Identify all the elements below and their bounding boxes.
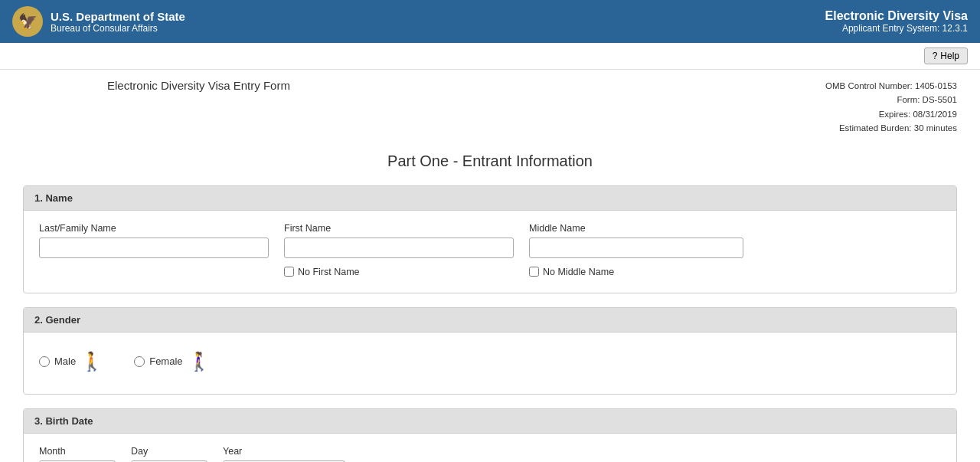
agency-name: U.S. Department of State bbox=[51, 10, 185, 23]
omb-burden: Estimated Burden: 30 minutes bbox=[825, 121, 957, 135]
day-field: Day bbox=[131, 446, 207, 462]
system-sub: Applicant Entry System: 12.3.1 bbox=[825, 23, 968, 34]
day-label: Day bbox=[131, 446, 207, 457]
name-section-header: 1. Name bbox=[24, 186, 956, 211]
system-title: Electronic Diversity Visa bbox=[825, 9, 968, 23]
female-icon: 🚶‍♀️ bbox=[188, 352, 211, 371]
female-option: Female 🚶‍♀️ bbox=[134, 352, 210, 371]
last-name-label: Last/Family Name bbox=[39, 223, 269, 234]
page-heading: Part One - Entrant Information bbox=[0, 140, 980, 185]
birth-date-section: 3. Birth Date Month Day Year bbox=[23, 408, 957, 462]
no-middle-name-row: No Middle Name bbox=[529, 267, 743, 277]
month-field: Month bbox=[39, 446, 116, 462]
year-label: Year bbox=[223, 446, 345, 457]
help-bar: ? Help bbox=[0, 43, 980, 70]
first-name-group: First Name No First Name bbox=[284, 223, 514, 277]
header-left: 🦅 U.S. Department of State Bureau of Con… bbox=[12, 6, 185, 37]
year-field: Year bbox=[223, 446, 345, 462]
no-middle-name-checkbox[interactable] bbox=[529, 267, 539, 277]
name-section-body: Last/Family Name First Name No First Nam… bbox=[24, 211, 956, 293]
gender-section-header: 2. Gender bbox=[24, 308, 956, 333]
name-fields: Last/Family Name First Name No First Nam… bbox=[39, 223, 941, 277]
no-first-name-row: No First Name bbox=[284, 267, 514, 277]
middle-name-input[interactable] bbox=[529, 238, 743, 258]
no-first-name-label: No First Name bbox=[298, 267, 360, 277]
omb-form: Form: DS-5501 bbox=[825, 93, 957, 106]
male-radio[interactable] bbox=[39, 356, 50, 367]
gender-section: 2. Gender Male 🚶 Female 🚶‍♀️ bbox=[23, 307, 957, 395]
help-icon: ? bbox=[933, 51, 938, 61]
main-content: 1. Name Last/Family Name First Name No F… bbox=[0, 185, 980, 462]
name-section: 1. Name Last/Family Name First Name No F… bbox=[23, 185, 957, 293]
info-area: Electronic Diversity Visa Entry Form OMB… bbox=[0, 70, 980, 140]
gender-section-body: Male 🚶 Female 🚶‍♀️ bbox=[24, 333, 956, 394]
first-name-input[interactable] bbox=[284, 238, 514, 258]
month-label: Month bbox=[39, 446, 116, 457]
first-name-label: First Name bbox=[284, 223, 514, 234]
omb-expires: Expires: 08/31/2019 bbox=[825, 107, 957, 121]
middle-name-group: Middle Name No Middle Name bbox=[529, 223, 743, 277]
birth-date-section-header: 3. Birth Date bbox=[24, 409, 956, 434]
male-label: Male bbox=[54, 356, 76, 367]
department-seal-icon: 🦅 bbox=[12, 6, 43, 37]
middle-name-label: Middle Name bbox=[529, 223, 743, 234]
female-radio[interactable] bbox=[134, 356, 145, 367]
omb-info: OMB Control Number: 1405-0153 Form: DS-5… bbox=[825, 79, 957, 136]
no-first-name-checkbox[interactable] bbox=[284, 267, 294, 277]
last-name-group: Last/Family Name bbox=[39, 223, 269, 277]
male-option: Male 🚶 bbox=[39, 352, 103, 371]
birth-date-section-body: Month Day Year bbox=[24, 434, 956, 462]
omb-control-number: OMB Control Number: 1405-0153 bbox=[825, 79, 957, 93]
gender-row: Male 🚶 Female 🚶‍♀️ bbox=[39, 345, 941, 378]
agency-sub: Bureau of Consular Affairs bbox=[51, 23, 185, 34]
system-info: Electronic Diversity Visa Applicant Entr… bbox=[825, 9, 968, 34]
last-name-input[interactable] bbox=[39, 238, 269, 258]
date-fields: Month Day Year bbox=[39, 446, 941, 462]
male-icon: 🚶 bbox=[80, 352, 103, 371]
form-title: Electronic Diversity Visa Entry Form bbox=[107, 79, 290, 92]
no-middle-name-label: No Middle Name bbox=[543, 267, 614, 277]
agency-info: U.S. Department of State Bureau of Consu… bbox=[51, 10, 185, 34]
female-label: Female bbox=[149, 356, 182, 367]
help-button[interactable]: ? Help bbox=[924, 48, 968, 64]
help-label: Help bbox=[940, 51, 959, 61]
page-header: 🦅 U.S. Department of State Bureau of Con… bbox=[0, 0, 980, 43]
